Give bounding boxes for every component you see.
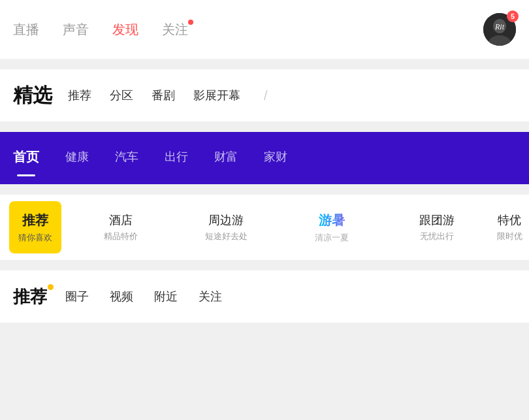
tab-audio[interactable]: 声音 [63,21,89,39]
travel-tab-recommend[interactable]: 推荐 猜你喜欢 [9,201,61,253]
jingxuan-title: 精选 [13,82,52,109]
bottom-nav-title: 推荐 [13,285,47,308]
bottom-title-dot [48,284,54,290]
gap-4 [0,265,529,270]
travel-tab-hotel-sub: 精品特价 [104,231,138,242]
travel-tab-recommend-main: 推荐 [22,212,48,229]
jingxuan-tab-film[interactable]: 影展开幕 [193,88,240,103]
jingxuan-tab-zone[interactable]: 分区 [110,88,133,103]
svg-text:Rit: Rit [494,22,505,31]
travel-tab-special-sub: 限时优 [497,231,522,242]
jingxuan-more-icon[interactable]: / [264,88,268,103]
jingxuan-tab-recommend[interactable]: 推荐 [68,88,91,103]
bottom-tab-nearby[interactable]: 附近 [154,289,178,304]
bottom-tab-follow[interactable]: 关注 [199,289,222,304]
purple-nav-tabs: 首页 健康 汽车 出行 财富 家财 [13,148,287,169]
travel-tab-hotel[interactable]: 酒店 精品特价 [68,195,174,260]
travel-tab-nearby-sub: 短途好去处 [205,231,248,242]
avatar-badge: 5 [507,10,519,22]
jingxuan-section: 精选 推荐 分区 番剧 影展开幕 / [0,69,529,121]
travel-tab-summer[interactable]: 游暑 清凉一夏 [279,195,385,260]
bottom-tab-circle[interactable]: 圈子 [65,289,89,304]
gap-1 [0,64,529,69]
travel-tab-summer-main: 游暑 [319,212,345,229]
travel-tab-recommend-sub: 猜你喜欢 [18,232,52,244]
jingxuan-tabs: 推荐 分区 番剧 影展开幕 / [68,88,268,103]
purple-tab-travel[interactable]: 出行 [165,149,188,167]
bottom-nav-tabs: 圈子 视频 附近 关注 [65,289,222,304]
purple-tab-car[interactable]: 汽车 [115,149,138,167]
travel-tab-group-sub: 无忧出行 [420,231,454,242]
top-nav-tabs: 直播 声音 发现 关注 [13,21,188,39]
travel-tabs: 推荐 猜你喜欢 酒店 精品特价 周边游 短途好去处 游暑 清凉一夏 跟团游 无忧… [0,195,529,260]
tab-discover[interactable]: 发现 [112,21,138,39]
jingxuan-tab-series[interactable]: 番剧 [152,88,175,103]
travel-tab-hotel-main: 酒店 [109,212,133,228]
tab-follow[interactable]: 关注 [162,21,188,39]
follow-dot [188,20,193,25]
gap-3 [0,189,529,195]
travel-tab-special-main: 特优 [498,212,521,228]
travel-tab-nearby[interactable]: 周边游 短途好去处 [174,195,280,260]
bottom-nav-section: 推荐 圈子 视频 附近 关注 [0,270,529,323]
travel-tab-summer-sub: 清凉一夏 [315,232,349,244]
purple-tab-home[interactable]: 首页 [13,148,39,169]
top-nav-section: 直播 声音 发现 关注 Rit 5 [0,0,529,59]
travel-tab-group[interactable]: 跟团游 无忧出行 [385,195,490,260]
purple-nav-section: 首页 健康 汽车 出行 财富 家财 [0,132,529,184]
purple-tab-home-finance[interactable]: 家财 [264,149,287,167]
purple-tab-wealth[interactable]: 财富 [214,149,238,167]
avatar[interactable]: Rit 5 [483,13,516,46]
bottom-tab-video[interactable]: 视频 [110,289,133,304]
tab-live[interactable]: 直播 [13,21,39,39]
travel-tab-group-main: 跟团游 [419,212,455,228]
travel-section: 推荐 猜你喜欢 酒店 精品特价 周边游 短途好去处 游暑 清凉一夏 跟团游 无忧… [0,195,529,260]
travel-tab-nearby-main: 周边游 [208,212,244,228]
travel-tab-special[interactable]: 特优 限时优 [490,195,529,260]
gap-2 [0,127,529,132]
purple-tab-health[interactable]: 健康 [65,149,89,167]
